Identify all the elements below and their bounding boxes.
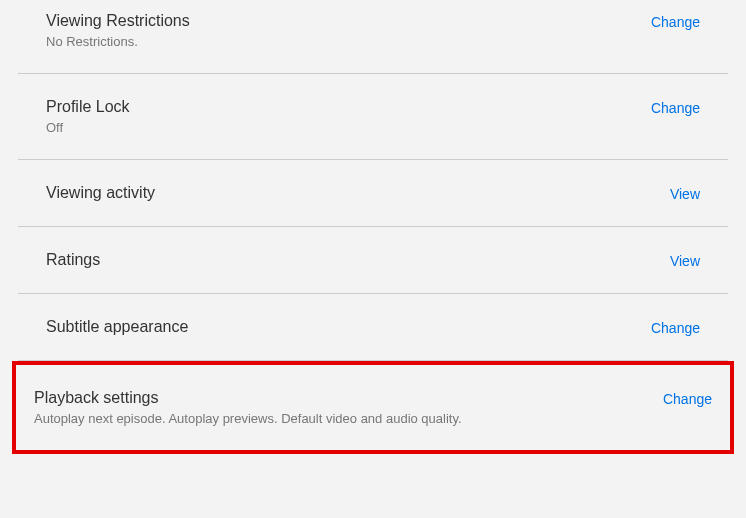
highlight-playback-settings: Playback settings Autoplay next episode.… — [12, 361, 734, 454]
setting-profile-lock: Profile Lock Off Change — [18, 74, 728, 160]
change-link[interactable]: Change — [651, 320, 700, 336]
setting-left: Subtitle appearance — [46, 318, 651, 336]
setting-title: Viewing Restrictions — [46, 12, 651, 30]
change-link[interactable]: Change — [651, 14, 700, 30]
setting-left: Viewing Restrictions No Restrictions. — [46, 12, 651, 49]
change-link[interactable]: Change — [663, 391, 712, 407]
setting-title: Ratings — [46, 251, 670, 269]
setting-title: Profile Lock — [46, 98, 651, 116]
setting-subtitle: No Restrictions. — [46, 34, 651, 49]
setting-left: Ratings — [46, 251, 670, 269]
setting-subtitle: Off — [46, 120, 651, 135]
setting-title: Playback settings — [34, 389, 663, 407]
setting-ratings: Ratings View — [18, 227, 728, 294]
setting-viewing-activity: Viewing activity View — [18, 160, 728, 227]
change-link[interactable]: Change — [651, 100, 700, 116]
setting-left: Viewing activity — [46, 184, 670, 202]
setting-subtitle-appearance: Subtitle appearance Change — [18, 294, 728, 361]
setting-subtitle: Autoplay next episode. Autoplay previews… — [34, 411, 663, 426]
setting-viewing-restrictions: Viewing Restrictions No Restrictions. Ch… — [18, 0, 728, 74]
view-link[interactable]: View — [670, 253, 700, 269]
setting-title: Subtitle appearance — [46, 318, 651, 336]
setting-title: Viewing activity — [46, 184, 670, 202]
view-link[interactable]: View — [670, 186, 700, 202]
setting-playback-settings: Playback settings Autoplay next episode.… — [16, 365, 730, 450]
setting-left: Profile Lock Off — [46, 98, 651, 135]
setting-left: Playback settings Autoplay next episode.… — [34, 389, 663, 426]
